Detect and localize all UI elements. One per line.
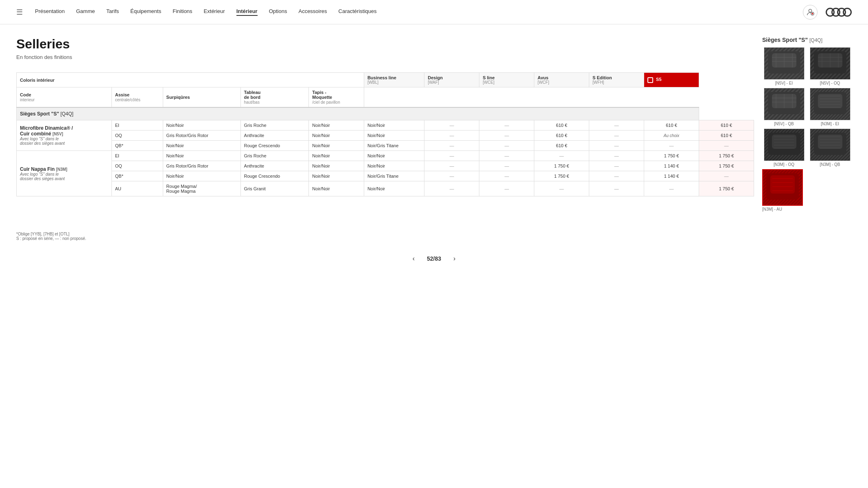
assise-noir-noir-qb: Noir/Noir xyxy=(163,141,241,151)
footer-note1: *Oblige [YYB], [7HB] et [OTL] xyxy=(16,232,852,236)
seat-label-nsv-qb: [N5V] - QB xyxy=(774,122,794,126)
table-row: OQ Gris Rotor/Gris Rotor Anthracite Noir… xyxy=(17,131,754,141)
nav-tarifs[interactable]: Tarifs xyxy=(106,8,119,16)
th-tableau: Tableaude bordhaut/bas xyxy=(241,87,309,108)
seat-item-n3m-au: [N3M] - AU xyxy=(762,169,852,211)
nav-interieur[interactable]: Intérieur xyxy=(236,8,258,16)
price-ss-oq: 610 € xyxy=(699,131,754,141)
assise-noir-noir: Noir/Noir xyxy=(163,120,241,131)
material-cell: Microfibre Dinamica® /Cuir combiné [N5V]… xyxy=(17,120,112,151)
price-avus-au-n3m: — xyxy=(589,181,644,196)
finition-avus: Avus [WCF] xyxy=(534,73,589,87)
nav-presentation[interactable]: Présentation xyxy=(35,8,65,16)
nav-caracteristiques[interactable]: Caractéristiques xyxy=(339,8,377,16)
code-oq: OQ xyxy=(112,131,163,141)
tapis-noir-noir-2: Noir/Noir xyxy=(364,131,424,141)
price-sedition-qb-n3m: 1 140 € xyxy=(644,171,699,181)
code-qb: QB* xyxy=(112,141,163,151)
nav-options[interactable]: Options xyxy=(269,8,287,16)
code-ei: EI xyxy=(112,120,163,131)
seat-img-n3m-oq xyxy=(764,129,805,161)
section-sieges-sport: Sièges Sport "S" [Q4Q] xyxy=(17,107,754,120)
coloris-header-row: Coloris intérieur Business line [WBL] De… xyxy=(17,73,754,87)
price-bl-qb-n3m: — xyxy=(424,171,479,181)
table-row: OQ Gris Rotor/Gris Rotor Anthracite Noir… xyxy=(17,161,754,171)
code-au-n3m: AU xyxy=(112,181,163,196)
main-content: Selleries En fonction des finitions Colo… xyxy=(16,37,754,211)
nav-exterieur[interactable]: Extérieur xyxy=(204,8,225,16)
user-icon[interactable] xyxy=(803,5,818,20)
nav-equipements[interactable]: Équipements xyxy=(130,8,161,16)
price-design-oq: — xyxy=(479,131,534,141)
seat-item-nsv-ei: [N5V] - EI xyxy=(762,47,806,85)
price-design-qb-n3m: — xyxy=(479,171,534,181)
table-row: Microfibre Dinamica® /Cuir combiné [N5V]… xyxy=(17,120,754,131)
price-avus-oq-n3m: — xyxy=(589,161,644,171)
finition-sedition: S Edition [WFH] xyxy=(589,73,644,87)
price-sline-au-n3m: — xyxy=(534,181,589,196)
page-title: Selleries xyxy=(16,37,754,52)
svg-point-0 xyxy=(809,9,811,12)
price-bl-qb: — xyxy=(424,141,479,151)
price-bl-ei-n3m: — xyxy=(424,151,479,161)
tableau-noir-noir-qb: Noir/Noir xyxy=(309,141,364,151)
price-design-ei-n3m: — xyxy=(479,151,534,161)
price-design-au-n3m: — xyxy=(479,181,534,196)
seat-item-nsv-oq: [N5V] - OQ xyxy=(808,47,852,85)
pagination: ‹ 52/83 › xyxy=(0,245,868,272)
hamburger-icon[interactable]: ☰ xyxy=(16,8,23,17)
tapis-noir-noir-oq-n3m: Noir/Noir xyxy=(364,161,424,171)
surpiq-gris-roche: Gris Roche xyxy=(241,120,309,131)
price-sedition-qb: — xyxy=(644,141,699,151)
seat-img-n3m-ei xyxy=(810,88,851,120)
price-avus-ei-n3m: — xyxy=(589,151,644,161)
price-avus-qb: — xyxy=(589,141,644,151)
assise-noir-noir-qb-n3m: Noir/Noir xyxy=(163,171,241,181)
price-bl-oq-n3m: — xyxy=(424,161,479,171)
finition-design: Design [WAF] xyxy=(424,73,479,87)
price-sedition-ei-n3m: 1 750 € xyxy=(644,151,699,161)
seat-label-n3m-oq: [N3M] - OQ xyxy=(774,162,794,167)
tableau-noir-noir: Noir/Noir xyxy=(309,120,364,131)
tapis-noir-gris: Noir/Gris Titane xyxy=(364,141,424,151)
page-total: 83 xyxy=(435,255,441,262)
tableau-noir-noir-au-n3m: Noir/Noir xyxy=(309,181,364,196)
section-header-cell: Sièges Sport "S" [Q4Q] xyxy=(17,107,699,120)
nav-finitions[interactable]: Finitions xyxy=(173,8,192,16)
price-ss-qb-n3m: — xyxy=(699,171,754,181)
price-sedition-oq-n3m: 1 140 € xyxy=(644,161,699,171)
price-ss-qb: — xyxy=(699,141,754,151)
price-design: — xyxy=(479,120,534,131)
price-bl-oq: — xyxy=(424,131,479,141)
nav-accessoires[interactable]: Accessoires xyxy=(298,8,327,16)
nav-gamme[interactable]: Gamme xyxy=(76,8,95,16)
tapis-noir-noir-ei-n3m: Noir/Noir xyxy=(364,151,424,161)
nav-right xyxy=(803,5,852,20)
th-code: Codeinterieur xyxy=(17,87,112,108)
next-page-button[interactable]: › xyxy=(449,253,459,264)
tableau-noir-noir-qb-n3m: Noir/Noir xyxy=(309,171,364,181)
seat-label-nsv-ei: [N5V] - EI xyxy=(775,81,793,85)
tapis-noir-noir: Noir/Noir xyxy=(364,120,424,131)
seat-item-n3m-qb: [N3M] - QB xyxy=(808,129,852,167)
prev-page-button[interactable]: ‹ xyxy=(409,253,419,264)
code-ei-n3m: EI xyxy=(112,151,163,161)
table-row: QB* Noir/Noir Rouge Crescendo Noir/Noir … xyxy=(17,141,754,151)
seat-item-nsv-qb: [N5V] - QB xyxy=(762,88,806,126)
finition-business-line: Business line [WBL] xyxy=(364,73,424,87)
th-tapis: Tapis -Moquette/ciel de pavillon xyxy=(309,87,364,108)
table-wrapper: Coloris intérieur Business line [WBL] De… xyxy=(16,72,754,196)
seat-image-grid: [N5V] - EI [N5V] - OQ xyxy=(762,47,852,211)
price-sedition-au-n3m: — xyxy=(644,181,699,196)
surpiq-rouge-crescendo-n3m: Rouge Crescendo xyxy=(241,171,309,181)
surpiq-anthracite-1: Anthracite xyxy=(241,131,309,141)
page-subtitle: En fonction des finitions xyxy=(16,54,754,60)
price-bl-au-n3m: — xyxy=(424,181,479,196)
code-qb-n3m: QB* xyxy=(112,171,163,181)
tableau-noir-noir-ei-n3m: Noir/Noir xyxy=(309,151,364,161)
audi-ring-4 xyxy=(843,8,852,17)
page-container: Selleries En fonction des finitions Colo… xyxy=(0,24,868,224)
price-design-qb: — xyxy=(479,141,534,151)
th-assise: Assisecentrale/côtés xyxy=(112,87,163,108)
sidebar-code: [Q4Q] xyxy=(809,37,822,43)
